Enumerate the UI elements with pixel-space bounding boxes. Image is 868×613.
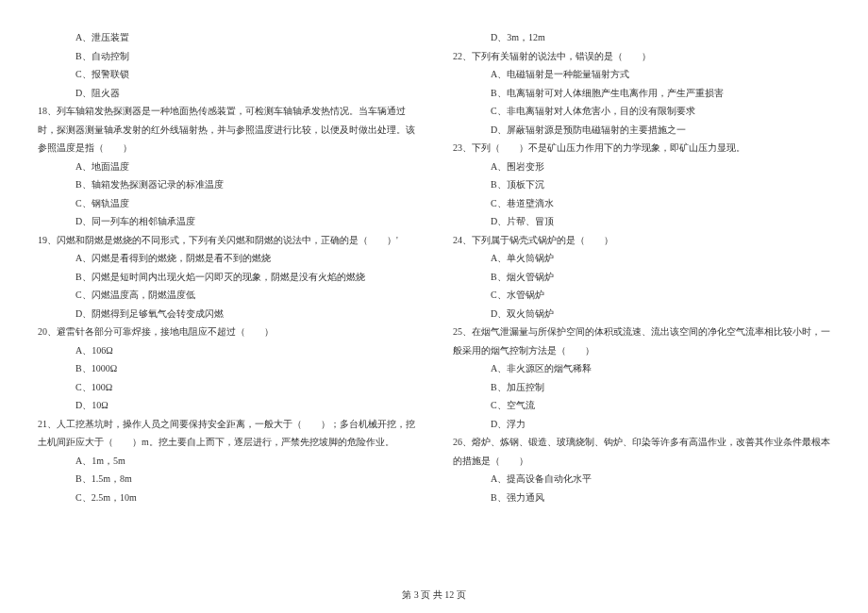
question-18: 18、列车轴箱发热探测器是一种地面热传感装置，可检测车轴轴承发热情况。当车辆通过… [38,102,415,157]
q23-option-c: C、巷道壁滴水 [453,194,830,213]
q24-option-c: C、水管锅炉 [453,286,830,305]
question-22: 22、下列有关辐射的说法中，错误的是（ ） [453,47,830,66]
q21-option-a: A、1m，5m [38,452,415,471]
q23-option-d: D、片帮、冒顶 [453,212,830,231]
page-content: A、泄压装置 B、自动控制 C、报警联锁 D、阻火器 18、列车轴箱发热探测器是… [0,0,868,575]
question-26: 26、熔炉、炼钢、锻造、玻璃烧制、钩炉、印染等许多有高温作业，改善其作业条件最根… [453,433,830,470]
q19-option-c: C、闪燃温度高，阴燃温度低 [38,286,415,305]
q18-option-b: B、轴箱发热探测器记录的标准温度 [38,175,415,194]
q21-option-b: B、1.5m，8m [38,470,415,489]
q21-option-c: C、2.5m，10m [38,489,415,507]
q24-option-d: D、双火筒锅炉 [453,305,830,323]
option-b: B、自动控制 [38,47,415,66]
question-25: 25、在烟气泄漏量与所保护空间的体积或流速、流出该空间的净化空气流率相比较小时，… [453,323,830,359]
page-footer: 第 3 页 共 12 页 [0,588,868,602]
question-20: 20、避雷针各部分可靠焊接，接地电阻应不超过（ ） [38,323,415,341]
q24-option-a: A、单火筒锅炉 [453,249,830,268]
right-column: D、3m，12m 22、下列有关辐射的说法中，错误的是（ ） A、电磁辐射是一种… [434,28,830,556]
q24-option-b: B、烟火管锅炉 [453,268,830,287]
q26-option-b: B、强力通风 [453,489,830,507]
option-a: A、泄压装置 [38,28,415,47]
q25-option-c: C、空气流 [453,396,830,415]
q18-option-c: C、钢轨温度 [38,194,415,213]
q18-option-d: D、同一列车的相邻轴承温度 [38,212,415,231]
q20-option-b: B、1000Ω [38,359,415,378]
q19-option-b: B、闪燃是短时间内出现火焰一闪即灭的现象，阴燃是没有火焰的燃烧 [38,268,415,287]
q25-option-a: A、非火源区的烟气稀释 [453,359,830,378]
left-column: A、泄压装置 B、自动控制 C、报警联锁 D、阻火器 18、列车轴箱发热探测器是… [38,28,434,556]
option-d: D、阻火器 [38,84,415,103]
question-19: 19、闪燃和阴燃是燃烧的不同形式，下列有关闪燃和阴燃的说法中，正确的是（ ）' [38,231,415,250]
q25-option-b: B、加压控制 [453,378,830,397]
question-21: 21、人工挖基坑时，操作人员之间要保持安全距离，一般大于（ ）；多台机械开挖，挖… [38,415,415,452]
q18-option-a: A、地面温度 [38,157,415,176]
q20-option-c: C、100Ω [38,378,415,397]
q19-option-a: A、闪燃是看得到的燃烧，阴燃是看不到的燃烧 [38,249,415,268]
q22-option-c: C、非电离辐射对人体危害小，目的没有限制要求 [453,102,830,121]
q22-option-b: B、电离辐射可对人体细胞产生电离作用，产生严重损害 [453,84,830,103]
option-c: C、报警联锁 [38,65,415,84]
q20-option-d: D、10Ω [38,396,415,415]
q25-option-d: D、浮力 [453,415,830,434]
q21-option-d: D、3m，12m [453,28,830,47]
q22-option-d: D、屏蔽辐射源是预防电磁辐射的主要措施之一 [453,121,830,140]
q22-option-a: A、电磁辐射是一种能量辐射方式 [453,65,830,84]
question-23: 23、下列（ ）不是矿山压力作用下的力学现象，即矿山压力显现。 [453,139,830,157]
q20-option-a: A、106Ω [38,341,415,360]
q23-option-a: A、围岩变形 [453,157,830,176]
q26-option-a: A、提高设备自动化水平 [453,470,830,489]
q23-option-b: B、顶板下沉 [453,175,830,194]
q19-option-d: D、阴燃得到足够氧气会转变成闪燃 [38,305,415,323]
question-24: 24、下列属于锅壳式锅炉的是（ ） [453,231,830,250]
